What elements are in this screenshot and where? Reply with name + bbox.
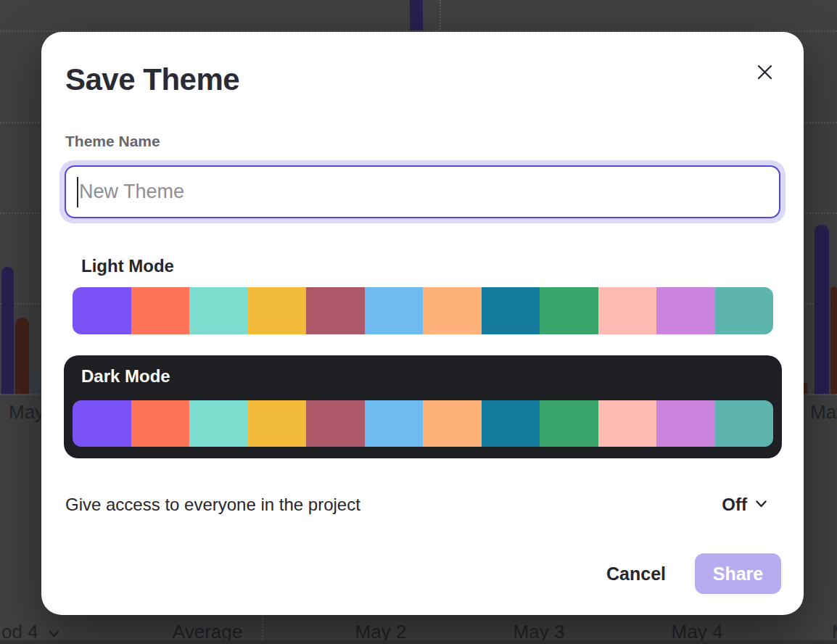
palette-swatch	[715, 400, 774, 447]
access-dropdown[interactable]: Off	[722, 495, 767, 515]
palette-swatch	[715, 287, 774, 334]
palette-swatch	[365, 287, 424, 334]
palette-swatch	[423, 400, 482, 447]
palette-swatch	[423, 287, 482, 334]
palette-swatch	[656, 400, 715, 447]
light-mode-palette	[73, 287, 773, 334]
palette-swatch	[73, 287, 131, 334]
theme-name-label: Theme Name	[65, 133, 160, 150]
chart-bottom-edge	[0, 640, 837, 644]
theme-name-input[interactable]	[66, 167, 779, 217]
palette-swatch	[598, 400, 657, 447]
palette-swatch	[248, 400, 307, 447]
palette-swatch	[656, 287, 715, 334]
palette-swatch	[189, 287, 248, 334]
access-value: Off	[722, 495, 747, 515]
text-cursor	[77, 177, 78, 207]
access-row: Give access to everyone in the project O…	[65, 490, 767, 519]
chart-vertical-gridline	[440, 0, 441, 30]
cancel-button[interactable]: Cancel	[606, 564, 666, 585]
dark-mode-heading: Dark Mode	[81, 366, 170, 387]
palette-swatch	[248, 287, 307, 334]
save-theme-dialog: Save Theme Theme Name Light Mode Dark Mo…	[41, 32, 804, 615]
axis-label-month-right: May	[810, 401, 837, 424]
palette-swatch	[306, 287, 365, 334]
palette-swatch	[73, 400, 131, 447]
chart-bar	[410, 0, 423, 30]
chart-bar	[804, 383, 807, 394]
theme-name-field-frame	[65, 165, 780, 218]
chart-bar	[30, 370, 39, 394]
close-button[interactable]	[749, 58, 780, 88]
chart-bar	[15, 318, 29, 394]
palette-swatch	[598, 287, 657, 334]
share-button[interactable]: Share	[695, 553, 781, 594]
chart-bar	[815, 225, 829, 394]
dialog-title: Save Theme	[65, 62, 239, 97]
chart-bar	[1, 267, 14, 394]
palette-swatch	[306, 400, 365, 447]
palette-swatch	[365, 400, 424, 447]
chart-bar	[830, 286, 837, 394]
palette-swatch	[482, 400, 540, 447]
dark-mode-card: Dark Mode	[64, 355, 782, 458]
palette-swatch	[482, 287, 540, 334]
axis-label-month-left: May	[9, 401, 44, 424]
theme-name-focus-ring	[59, 160, 786, 223]
palette-swatch	[540, 287, 598, 334]
chart-vertical-gridline	[262, 615, 263, 643]
access-label: Give access to everyone in the project	[65, 495, 360, 515]
palette-swatch	[189, 400, 248, 447]
close-icon	[756, 64, 773, 83]
light-mode-heading: Light Mode	[81, 256, 174, 276]
palette-swatch	[540, 400, 598, 447]
palette-swatch	[131, 400, 190, 447]
axis-label-period-text: od 4	[1, 621, 38, 643]
palette-swatch	[131, 287, 190, 334]
dark-mode-palette	[73, 400, 773, 447]
dialog-footer: Cancel Share	[606, 553, 781, 594]
chevron-down-icon	[755, 500, 767, 511]
